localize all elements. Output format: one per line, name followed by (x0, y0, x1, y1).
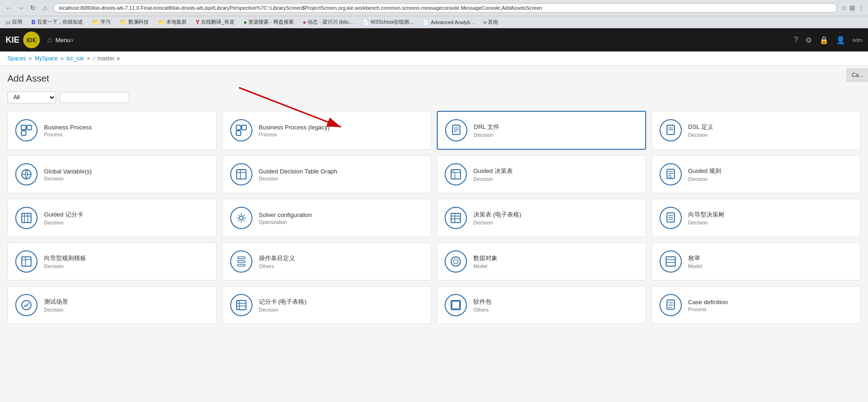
asset-icon-rule-template (15, 250, 38, 273)
asset-card-business-process[interactable]: Business Process Process (7, 111, 217, 150)
svg-rect-7 (242, 125, 246, 130)
wizard-tree-icon (665, 212, 677, 224)
forward-button[interactable]: → (16, 3, 26, 13)
asset-card-enum[interactable]: 枚举 Model (652, 242, 861, 281)
asset-icon-global-variables (15, 163, 38, 185)
rule-template-icon (20, 255, 32, 268)
asset-card-guided-scorecard[interactable]: Guided 记分卡 Decision (7, 199, 217, 237)
asset-icon-data-object (445, 250, 467, 273)
svg-rect-2 (21, 125, 26, 130)
bookmark-others[interactable]: » 其他 (482, 18, 500, 26)
asset-info-scorecard-sheet: 记分卡 (电子表格) Decision (259, 298, 424, 313)
bookmark-baidu[interactable]: B 百度一下，你就知道 (30, 18, 85, 26)
bookmark-shulang[interactable]: 📁 数澜科技 (118, 18, 151, 26)
folder-icon-1: 📁 (92, 19, 99, 26)
bookmark-study[interactable]: 📁 学习 (90, 18, 113, 26)
svg-rect-60 (452, 301, 459, 309)
bookmark-bili[interactable]: ● 动态 - 梁川川 (bilu... (301, 18, 355, 26)
asset-card-drl[interactable]: DRL 文件 Decision (437, 111, 646, 150)
asset-icon-decision-spreadsheet (445, 207, 467, 229)
kie-text: KIE (6, 35, 19, 45)
home-nav-icon[interactable]: ⌂ (47, 36, 52, 44)
bookmark-advanced[interactable]: 📄 Advanced Analyti... (421, 18, 476, 26)
breadcrumb-branch[interactable]: ⑀ master ∨ (93, 55, 120, 62)
extensions-icon[interactable]: ⊞ (849, 4, 855, 12)
asset-name-18: 软件包 (473, 298, 638, 306)
nav-buttons[interactable]: ← → ↻ ⌂ (4, 3, 50, 13)
page-header: Add Asset (7, 73, 861, 84)
cancel-button[interactable]: Ca... (847, 69, 868, 82)
asset-info-solver: Solver configuration Optimization (259, 211, 424, 225)
breadcrumb-myspace[interactable]: MySpace (35, 55, 58, 62)
bookmark-local-label: 本地集群 (166, 19, 187, 26)
asset-card-dsl[interactable]: DSL 定义 Decision (652, 111, 861, 150)
menu-icon[interactable]: ⋮ (858, 4, 864, 12)
asset-name-16: 测试场景 (44, 298, 209, 306)
asset-card-package[interactable]: 软件包 Others (437, 286, 646, 324)
baidu-icon: B (31, 19, 36, 26)
asset-card-data-object[interactable]: 数据对象 Model (437, 242, 646, 281)
solver-icon (235, 212, 247, 224)
filter-select[interactable]: All Process Decision Model Others Optimi… (7, 91, 56, 103)
asset-card-wizard-tree[interactable]: 向导型决策树 Decision (652, 199, 861, 237)
asset-card-test-scenario[interactable]: 测试场景 Decision (7, 286, 217, 324)
asset-type-0: Process (44, 132, 209, 137)
asset-type-1: Process (259, 132, 424, 137)
asset-type-18: Others (473, 307, 638, 313)
breadcrumb-project[interactable]: lcc_car (66, 55, 84, 62)
asset-info-business-process: Business Process Process (44, 124, 209, 137)
apps-icon: ⚏ (6, 19, 11, 26)
asset-card-business-process-legacy[interactable]: Business Process (legacy) Process (222, 111, 432, 150)
back-button[interactable]: ← (4, 3, 14, 13)
bookmarks-bar: ⚏ 应用 B 百度一下，你就知道 📁 学习 📁 数澜科技 📁 本地集群 Y 在线… (0, 16, 868, 28)
asset-name-17: 记分卡 (电子表格) (259, 298, 424, 306)
app-header: KIE IDE ⌂ Menu ∨ ? ⚙ 🔒 👤 adm (0, 28, 868, 51)
dsl-icon (665, 124, 677, 136)
menu-button[interactable]: Menu (56, 37, 71, 44)
page-title: Add Asset (7, 73, 49, 84)
asset-card-guided-decision-table-graph[interactable]: Guided Decision Table Graph Decision (222, 155, 432, 193)
lock-icon[interactable]: 🔒 (819, 36, 829, 45)
refresh-button[interactable]: ↻ (28, 3, 38, 13)
asset-card-decision-spreadsheet[interactable]: 决策表 (电子表格) Decision (437, 199, 646, 237)
asset-type-15: Model (688, 263, 853, 269)
user-icon[interactable]: 👤 (836, 36, 845, 45)
asset-name-6: Guided 决策表 (473, 167, 638, 175)
home-button[interactable]: ⌂ (40, 3, 50, 13)
asset-name-8: Guided 记分卡 (44, 211, 209, 219)
asset-card-case-definition[interactable]: Case definition Process (652, 286, 861, 324)
asset-type-19: Process (688, 306, 853, 312)
bookmark-youdao[interactable]: Y 在线翻译_有道 (194, 18, 236, 26)
asset-icon-enum (660, 250, 682, 273)
star-icon[interactable]: ☆ (841, 4, 847, 12)
bili-icon: ● (303, 19, 306, 26)
bookmark-w3[interactable]: 📄 W3School在线测... (360, 18, 415, 26)
bookmark-local[interactable]: 📁 本地集群 (156, 18, 189, 26)
asset-card-scorecard-sheet[interactable]: 记分卡 (电子表格) Decision (222, 286, 432, 324)
business-process-icon (20, 124, 32, 136)
asset-info-rule-template: 向导型规则模板 Decision (44, 254, 209, 269)
bookmark-apps[interactable]: ⚏ 应用 (4, 18, 24, 26)
asset-card-solver[interactable]: Solver configuration Optimization (222, 199, 432, 237)
settings-icon[interactable]: ⚙ (805, 36, 812, 45)
asset-card-action-def[interactable]: 操作条目定义 Others (222, 242, 432, 281)
asset-info-dsl: DSL 定义 Decision (688, 123, 853, 138)
asset-info-guided-rule: Guided 规则 Decision (688, 167, 853, 182)
asset-card-rule-template[interactable]: 向导型规则模板 Decision (7, 242, 217, 281)
filter-input[interactable] (60, 92, 129, 103)
svg-rect-43 (22, 257, 31, 266)
asset-type-12: Decision (44, 263, 209, 269)
data-object-icon (450, 255, 462, 268)
help-icon[interactable]: ? (794, 36, 798, 44)
asset-card-guided-rule[interactable]: Guided 规则 Decision (652, 155, 861, 193)
resource-icon: ● (244, 19, 247, 26)
breadcrumb-spaces[interactable]: Spaces (7, 55, 26, 62)
asset-info-test-scenario: 测试场景 Decision (44, 298, 209, 313)
asset-card-guided-decision-table[interactable]: Guided 决策表 Decision (437, 155, 646, 193)
asset-name-14: 数据对象 (473, 254, 638, 262)
advanced-icon: 📄 (422, 19, 429, 26)
asset-card-global-variables[interactable]: Global Variable(s) Decision (7, 155, 217, 193)
address-bar[interactable]: localhost:8080/kie-drools-wb-7.11.0.Fina… (54, 3, 837, 13)
menu-chevron[interactable]: ∨ (70, 37, 74, 43)
bookmark-resource[interactable]: ● 资源搜索 - 网盘搜索 (242, 18, 296, 26)
